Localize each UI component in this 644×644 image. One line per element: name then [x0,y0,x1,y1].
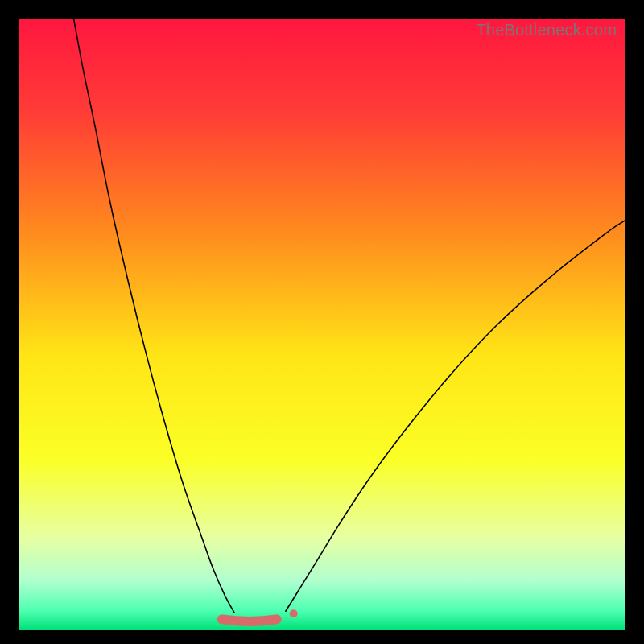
flat-band-dot [290,609,298,617]
watermark-text: TheBottleneck.com [476,21,617,39]
chart-frame: TheBottleneck.com [19,19,625,630]
bottleneck-chart [19,19,625,630]
gradient-background [19,19,625,630]
flat-bottom-band [222,619,277,621]
